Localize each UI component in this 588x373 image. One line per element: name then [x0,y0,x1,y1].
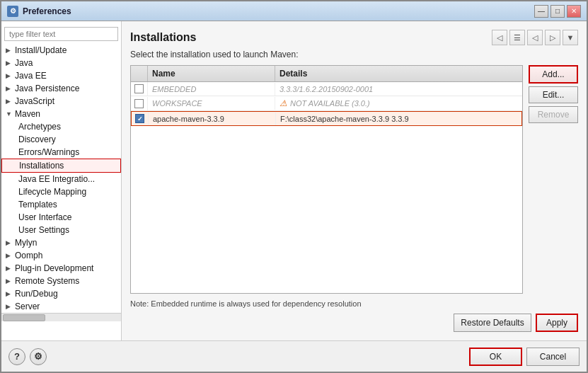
menu-icon: ☰ [514,33,521,42]
title-bar: ⚙ Preferences — □ ✕ [1,1,587,21]
table-row[interactable]: apache-maven-3.3.9 F:\class32\apache-mav… [131,111,522,126]
toolbar-back-button[interactable]: ◁ [492,30,507,45]
sidebar-item-user-interface[interactable]: User Interface [1,211,121,224]
row-details: F:\class32\apache-maven-3.3.9 3.3.9 [276,113,521,125]
sidebar-item-mylyn[interactable]: ▶ Mylyn [1,236,121,249]
sidebar-item-archetypes[interactable]: Archetypes [1,120,121,133]
panel-description: Select the installation used to launch M… [130,50,578,59]
sidebar-item-label: Java EE [15,71,47,81]
col-details: Details [275,66,522,81]
ok-button[interactable]: OK [469,348,522,366]
sidebar-item-server[interactable]: ▶ Server [1,300,121,313]
sidebar-item-java[interactable]: ▶ Java [1,57,121,69]
arrow-icon: ▶ [6,303,13,310]
table-body: EMBEDDED 3.3.3/1.6.2.20150902-0001 WORKS… [131,82,522,293]
sidebar-item-label: Run/Debug [15,289,58,299]
restore-defaults-button[interactable]: Restore Defaults [454,314,531,332]
table-header: Name Details [131,66,522,82]
sidebar-item-label: Oomph [15,251,42,260]
arrow-icon: ▶ [6,265,13,272]
installations-panel: Installations ◁ ☰ ◁ ▷ ▼ Select the insta… [122,21,587,340]
toolbar-nav-back[interactable]: ◁ [527,30,543,45]
arrow-icon: ▶ [6,290,13,297]
sidebar-item-label: Installations [19,161,64,171]
sidebar-item-templates[interactable]: Templates [1,198,121,211]
row-details: 3.3.3/1.6.2.20150902-0001 [275,83,522,96]
window-title: Preferences [23,6,534,16]
sidebar-item-java-persistence[interactable]: ▶ Java Persistence [1,82,121,95]
footer-left: ? ⚙ [8,348,47,365]
horizontal-scrollbar[interactable] [1,313,121,321]
apply-button[interactable]: Apply [536,314,578,332]
sidebar-item-maven[interactable]: ▼ Maven [1,108,121,120]
add-button[interactable]: Add... [529,65,578,84]
sidebar-item-user-settings[interactable]: User Settings [1,224,121,236]
sidebar-item-label: Maven [15,109,40,119]
sidebar-item-errors-warnings[interactable]: Errors/Warnings [1,146,121,159]
sidebar-item-label: Java EE Integratio... [18,174,95,184]
toolbar-dropdown[interactable]: ▼ [563,30,578,45]
arrow-icon: ▶ [6,239,13,246]
sidebar-item-label: JavaScript [15,96,54,106]
scrollbar-thumb[interactable] [3,314,45,321]
arrow-icon: ▼ [6,110,13,117]
arrow-icon: ▶ [6,47,13,54]
panel-title: Installations [130,31,196,44]
sidebar-item-install-update[interactable]: ▶ Install/Update [1,44,121,57]
title-bar-controls: — □ ✕ [534,5,581,18]
sidebar-item-installations[interactable]: Installations [1,159,121,173]
sidebar-item-label: Archetypes [18,122,61,132]
installations-table: Name Details EMBEDDED 3.3.3/1.6.2.201509… [130,65,523,294]
table-row[interactable]: EMBEDDED 3.3.3/1.6.2.20150902-0001 [131,82,522,96]
footer: ? ⚙ OK Cancel [1,340,587,372]
sidebar-item-label: User Interface [18,212,71,222]
checkbox-unchecked[interactable] [134,84,144,93]
sidebar-item-label: Java [15,58,33,68]
sidebar-item-javascript[interactable]: ▶ JavaScript [1,95,121,108]
col-checkbox [131,66,148,81]
sidebar-item-label: User Settings [18,225,69,235]
warning-icon: ⚠ [279,98,287,108]
arrow-icon: ▶ [6,98,13,105]
sidebar-item-label: Remote Systems [15,276,79,286]
sidebar-item-label: Server [15,302,40,311]
maximize-button[interactable]: □ [550,5,565,18]
cancel-button[interactable]: Cancel [526,348,580,366]
row-details: ⚠ NOT AVAILABLE (3.0.) [275,96,522,110]
help-button[interactable]: ? [8,348,25,365]
sidebar-item-discovery[interactable]: Discovery [1,133,121,146]
sidebar-item-lifecycle-mapping[interactable]: Lifecycle Mapping [1,185,121,198]
row-name: apache-maven-3.3.9 [149,113,276,125]
minimize-button[interactable]: — [534,5,548,18]
checkbox-unchecked[interactable] [134,99,144,108]
remove-button[interactable]: Remove [529,106,578,123]
row-name: EMBEDDED [148,83,275,96]
sidebar-item-java-ee[interactable]: ▶ Java EE [1,69,121,82]
table-row[interactable]: WORKSPACE ⚠ NOT AVAILABLE (3.0.) [131,96,522,111]
filter-input[interactable] [4,27,118,41]
toolbar-menu-button[interactable]: ☰ [509,30,525,45]
close-button[interactable]: ✕ [567,5,581,18]
row-checkbox[interactable] [131,82,148,96]
note-text: Note: Embedded runtime is always used fo… [130,299,578,308]
toolbar-nav-forward[interactable]: ▷ [545,30,560,45]
row-checkbox[interactable] [131,97,148,110]
checkbox-checked[interactable] [135,114,144,123]
sidebar-item-label: Plug-in Development [15,263,93,273]
sidebar-item-oomph[interactable]: ▶ Oomph [1,249,121,262]
preferences-window: ⚙ Preferences — □ ✕ ▶ Install/Update ▶ J… [0,0,588,373]
sidebar-item-java-ee-integration[interactable]: Java EE Integratio... [1,173,121,185]
edit-button[interactable]: Edit... [529,86,578,103]
main-content: ▶ Install/Update ▶ Java ▶ Java EE ▶ Java… [1,21,587,340]
panel-header: Installations ◁ ☰ ◁ ▷ ▼ [130,30,578,45]
sidebar-item-plug-in-development[interactable]: ▶ Plug-in Development [1,262,121,275]
row-checkbox[interactable] [132,112,149,125]
sidebar-item-label: Mylyn [15,238,37,248]
sidebar-item-run-debug[interactable]: ▶ Run/Debug [1,287,121,300]
arrow-icon: ▶ [6,72,13,79]
sidebar-item-remote-systems[interactable]: ▶ Remote Systems [1,275,121,287]
panel-toolbar: ◁ ☰ ◁ ▷ ▼ [492,30,578,45]
settings-button[interactable]: ⚙ [30,348,47,365]
sidebar-item-label: Errors/Warnings [18,147,79,157]
sidebar-item-label: Install/Update [15,45,67,55]
